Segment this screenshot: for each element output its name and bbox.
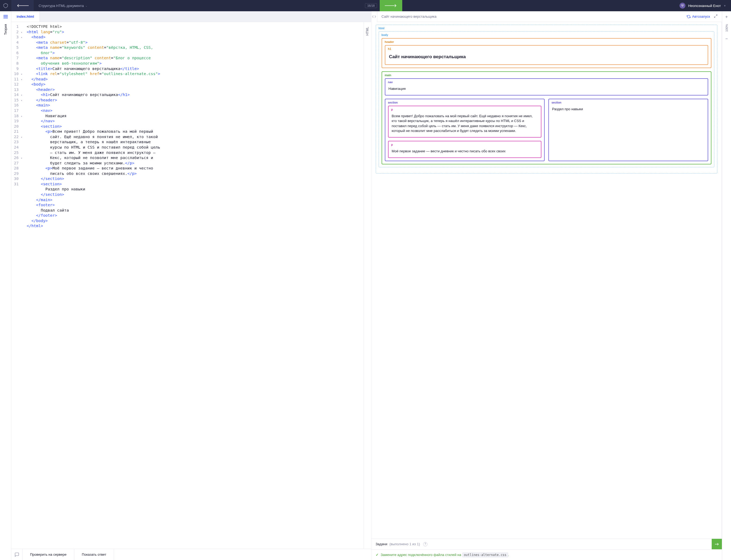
svg-point-0 [681,5,682,6]
outline-section-2: section Раздел про навыки [548,99,708,161]
check-icon: ✓ [376,553,379,557]
p1-text: Всем привет! Добро пожаловать на мой пер… [391,113,538,134]
code-editor[interactable]: 1 2 ▾3 ▾4 5 6 7 8 9 10 ▾11 ▾12 13 14 ▾15… [11,22,364,549]
tasks-bar: Задачи (выполнено 1 из 1) ? [371,539,722,549]
h1-text: Сайт начинающего верстальщика [388,52,705,62]
zoom-rail: + 100% − [722,11,731,560]
outline-p-2: p Моё первое задание — вести дневник и ч… [388,141,541,158]
outline-body: body header h1 Сайт начинающего версталь… [379,31,715,167]
zoom-level: 100% [725,24,728,32]
theory-label[interactable]: Теория [4,24,8,35]
editor-footer: Проверить на сервере Показать ответ [11,549,371,560]
preview-title: Сайт начинающего верстальщика [382,14,437,19]
preview-header: Сайт начинающего верстальщика Автозапуск [377,11,722,22]
user-name: Неопознанный Енот [688,4,721,8]
course-dropdown[interactable]: Структура HTML-документа ⌄ [34,4,92,8]
step-indicator: 16/18 [365,3,377,8]
p2-text: Моё первое задание — вести дневник и чес… [391,148,538,155]
autorun-toggle[interactable]: Автозапуск [687,14,710,19]
task-detail: ✓ Замените адрес подключённого файла сти… [371,549,722,560]
tasks-count: (выполнено 1 из 1) [389,542,420,546]
menu-icon[interactable] [3,15,8,18]
outline-section-1: section p Всем привет! Добро пожаловать … [385,99,545,161]
chevron-down-icon: ▼ [723,4,726,7]
check-button[interactable]: Проверить на сервере [23,549,74,560]
task-code: outlines-alternate.css [462,552,508,557]
logo[interactable] [0,0,11,11]
nav-text: Навигация [388,85,705,92]
svg-point-1 [683,5,684,6]
outline-h1: h1 Сайт начинающего верстальщика [385,45,708,65]
tasks-title: Задачи [376,542,387,546]
outline-p-1: p Всем привет! Добро пожаловать на мой п… [388,106,541,138]
task-text: Замените адрес подключённого файла стиле… [381,553,462,557]
section2-text: Раздел про навыки [552,106,705,113]
help-icon[interactable]: ? [423,542,427,546]
outline-nav: nav Навигация [385,78,708,95]
next-button[interactable] [380,0,402,11]
outline-header: header h1 Сайт начинающего верстальщика [382,38,712,68]
tab-index-html[interactable]: index.html [11,11,40,22]
splitter[interactable] [371,11,377,22]
avatar [680,3,685,9]
outline-main: main nav Навигация section [382,71,712,164]
lang-rail: HTML [364,22,371,549]
editor-column: index.html 1 2 ▾3 ▾4 5 6 7 8 9 10 ▾11 ▾1… [11,11,371,560]
user-menu[interactable]: Неопознанный Енот ▼ [675,3,731,9]
theory-rail: Теория [0,11,11,560]
editor-tabs: index.html [11,11,371,22]
outline-html: html body header h1 Сайт начинающего вер… [376,25,718,174]
topbar: Структура HTML-документа ⌄ 16/18 Неопозн… [0,0,731,11]
expand-icon[interactable] [714,14,718,19]
zoom-in-button[interactable]: + [725,14,728,19]
preview-column: Сайт начинающего верстальщика Автозапуск [371,11,731,560]
tasks-go-button[interactable] [712,539,722,550]
show-answer-button[interactable]: Показать ответ [74,549,114,560]
chevron-down-icon: ⌄ [85,4,87,7]
zoom-out-button[interactable]: − [725,36,728,41]
hint-icon[interactable] [11,549,23,560]
preview-body: html body header h1 Сайт начинающего вер… [371,22,722,539]
course-title-text: Структура HTML-документа [39,4,84,8]
prev-button[interactable] [11,0,34,11]
